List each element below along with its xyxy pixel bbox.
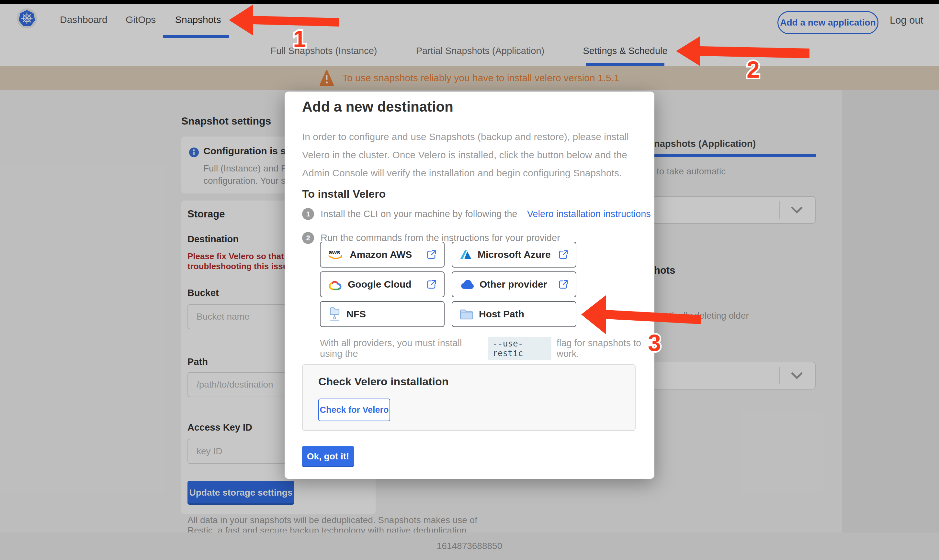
external-link-icon	[426, 249, 437, 260]
check-velero-heading: Check Velero installation	[318, 375, 449, 388]
google-cloud-icon	[328, 278, 342, 290]
nfs-folder-icon	[328, 307, 341, 321]
install-velero-heading: To install Velero	[302, 188, 385, 200]
check-velero-card: Check Velero installation Check for Vele…	[302, 364, 635, 431]
restic-note: With all providers, you must install usi…	[320, 337, 654, 360]
velero-instructions-link[interactable]: Velero installation instructions	[527, 209, 651, 219]
external-link-icon	[558, 249, 569, 260]
step-text: Install the CLI on your machine by follo…	[321, 209, 517, 219]
step-number-badge: 2	[302, 232, 314, 244]
modal-description: In order to configure and use Snapshots …	[302, 128, 639, 182]
provider-button-nfs[interactable]: NFS	[320, 301, 444, 327]
check-for-velero-button[interactable]: Check for Velero	[318, 398, 390, 421]
provider-button-google-cloud[interactable]: Google Cloud	[320, 271, 444, 297]
use-restic-flag-chip: --use-restic	[488, 337, 551, 360]
azure-icon	[459, 249, 472, 260]
provider-button-other[interactable]: Other provider	[452, 271, 577, 297]
modal-title: Add a new destination	[302, 98, 453, 115]
ok-got-it-button[interactable]: Ok, got it!	[302, 446, 354, 467]
provider-button-microsoft-azure[interactable]: Microsoft Azure	[452, 242, 577, 268]
folder-icon	[459, 308, 474, 320]
step-number-badge: 1	[302, 208, 314, 220]
svg-text:aws: aws	[328, 249, 340, 255]
aws-icon: aws	[328, 249, 344, 260]
install-step-1: 1 Install the CLI on your machine by fol…	[302, 208, 651, 220]
external-link-icon	[426, 279, 437, 289]
cloud-icon	[459, 279, 474, 290]
external-link-icon	[558, 279, 569, 289]
provider-button-amazon-aws[interactable]: aws Amazon AWS	[320, 242, 444, 268]
add-destination-modal: Add a new destination In order to config…	[285, 92, 654, 479]
admin-console-page: Dashboard GitOps Snapshots Add a new app…	[0, 0, 939, 560]
provider-button-host-path[interactable]: Host Path	[452, 301, 577, 327]
